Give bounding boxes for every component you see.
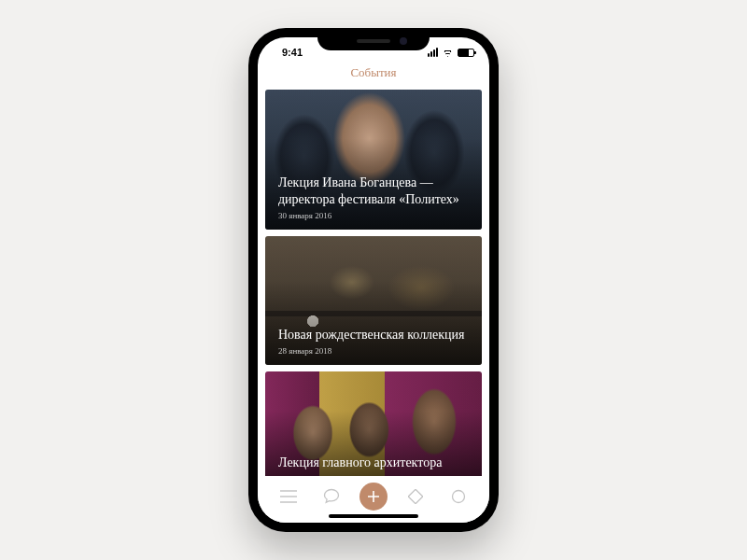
chat-icon: [323, 488, 340, 505]
event-card[interactable]: Лекция главного архитектора: [265, 371, 482, 476]
svg-point-6: [453, 491, 465, 503]
tab-menu[interactable]: [274, 482, 303, 511]
phone-speaker: [357, 39, 390, 43]
tab-chat[interactable]: [317, 482, 346, 511]
plus-icon: [367, 490, 380, 503]
wifi-icon: [442, 48, 454, 57]
svg-rect-5: [408, 489, 423, 504]
event-date: 30 января 2016: [278, 211, 469, 220]
events-feed[interactable]: Лекция Ивана Боганцева — директора фести…: [258, 90, 489, 476]
tab-add[interactable]: [359, 483, 388, 511]
home-indicator[interactable]: [329, 514, 418, 518]
event-title: Новая рождественская коллекция: [278, 327, 469, 343]
phone-frame: 9:41 События Лекция Ивана Боганцева — ди…: [248, 28, 499, 532]
status-icons: [428, 48, 474, 57]
event-title: Лекция главного архитектора: [278, 455, 469, 471]
event-card[interactable]: Новая рождественская коллекция 28 января…: [265, 236, 482, 365]
battery-icon: [458, 49, 474, 57]
tab-discover[interactable]: [401, 482, 430, 511]
cellular-signal-icon: [428, 48, 438, 57]
page-title: События: [258, 62, 489, 90]
event-date: 28 января 2018: [278, 346, 469, 356]
menu-icon: [280, 490, 297, 503]
tab-profile[interactable]: [444, 482, 473, 511]
diamond-icon: [408, 489, 423, 504]
event-title: Лекция Ивана Боганцева — директора фести…: [278, 175, 469, 207]
status-time: 9:41: [273, 47, 428, 58]
event-card[interactable]: Лекция Ивана Боганцева — директора фести…: [265, 90, 482, 230]
circle-icon: [451, 489, 466, 504]
phone-camera: [400, 37, 407, 45]
app-screen: 9:41 События Лекция Ивана Боганцева — ди…: [258, 37, 489, 523]
